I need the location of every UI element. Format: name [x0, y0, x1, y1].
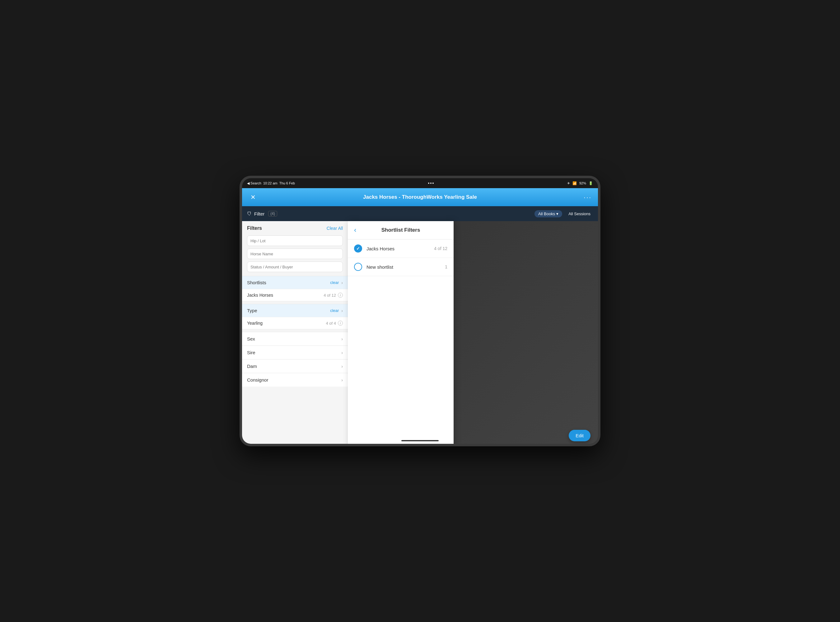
type-item-count: 4 of 4	[326, 321, 336, 326]
new-shortlist-name: New shortlist	[367, 264, 393, 270]
shortlists-chevron-icon[interactable]: ›	[341, 280, 343, 285]
sex-label: Sex	[247, 336, 255, 341]
home-indicator	[401, 440, 439, 441]
type-header: Type clear ›	[242, 304, 348, 317]
status-bar-right: ✈ 📶 92% 🔋	[567, 181, 593, 185]
jacks-horses-name: Jacks Horses	[367, 246, 394, 251]
shortlists-clear-link[interactable]: clear	[330, 280, 339, 285]
status-back[interactable]: ◀ Search	[247, 181, 261, 185]
edit-button[interactable]: Edit	[569, 430, 591, 441]
shortlist-item-name: Jacks Horses	[247, 293, 273, 297]
type-clear-link[interactable]: clear	[330, 308, 339, 313]
consignor-chevron-icon[interactable]: ›	[341, 378, 343, 383]
info-icon[interactable]: i	[338, 293, 343, 297]
status-bar-left: ◀ Search 10:22 am Thu 6 Feb	[247, 181, 295, 185]
all-books-label: All Books	[538, 212, 555, 216]
new-shortlist-count: 1	[445, 264, 447, 269]
type-title: Type	[247, 308, 257, 313]
horse-name-input[interactable]	[247, 248, 343, 259]
consignor-filter-row[interactable]: Consignor ›	[242, 373, 348, 387]
shortlist-jacks-horses-item[interactable]: Jacks Horses 4 of 12 i	[242, 289, 348, 301]
filter-panel: Filters Clear All Shortlists clear › Jac…	[242, 221, 348, 446]
type-section: Type clear › Yearling 4 of 4 i	[242, 304, 348, 329]
close-button[interactable]: ✕	[248, 192, 258, 202]
shortlist-new-left: New shortlist	[354, 263, 393, 271]
type-item-name: Yearling	[247, 321, 263, 326]
new-shortlist-checkbox[interactable]	[354, 263, 362, 271]
battery-icon: 🔋	[589, 181, 593, 185]
status-amount-buyer-input[interactable]	[247, 262, 343, 272]
type-item-meta: 4 of 4 i	[326, 321, 343, 326]
page-title: Jacks Horses - ThoroughWorks Yearling Sa…	[363, 194, 477, 200]
shortlists-section: Shortlists clear › Jacks Horses 4 of 12 …	[242, 276, 348, 301]
shortlists-actions: clear ›	[330, 280, 343, 285]
sex-chevron-icon[interactable]: ›	[341, 337, 343, 341]
type-actions: clear ›	[330, 308, 343, 313]
shortlist-panel-title: Shortlist Filters	[382, 227, 420, 233]
more-options-button[interactable]: ···	[583, 194, 592, 201]
jacks-horses-checkbox[interactable]: ✓	[354, 244, 362, 253]
all-sessions-button[interactable]: All Sessions	[566, 210, 593, 217]
filter-button[interactable]: ⛉ Filter	[247, 211, 264, 216]
filter-count-badge: (4)	[268, 211, 277, 216]
filters-title: Filters	[247, 226, 262, 231]
books-dropdown-icon: ▾	[556, 212, 559, 216]
consignor-label: Consignor	[247, 377, 268, 383]
sire-label: Sire	[247, 350, 255, 355]
shortlist-panel: ‹ Shortlist Filters ✓ Jacks Horses 4 of …	[348, 221, 454, 446]
jacks-horses-count: 4 of 12	[434, 246, 447, 251]
shortlist-item-count: 4 of 12	[324, 293, 336, 297]
shortlist-new-item[interactable]: New shortlist 1	[348, 258, 454, 276]
shortlist-jacks-left: ✓ Jacks Horses	[354, 244, 394, 253]
type-info-icon[interactable]: i	[338, 321, 343, 326]
hip-lot-input[interactable]	[247, 235, 343, 246]
status-time: 10:22 am	[263, 181, 278, 185]
tablet-frame: ◀ Search 10:22 am Thu 6 Feb ✈ 📶 92% 🔋 ✕ …	[240, 176, 600, 446]
sex-filter-row[interactable]: Sex ›	[242, 332, 348, 346]
dam-label: Dam	[247, 364, 257, 369]
filter-icon: ⛉	[247, 211, 252, 216]
status-center-dots	[428, 183, 434, 184]
type-chevron-icon[interactable]: ›	[341, 308, 343, 313]
filters-header: Filters Clear All	[242, 221, 348, 234]
sire-filter-row[interactable]: Sire ›	[242, 346, 348, 359]
type-yearling-item[interactable]: Yearling 4 of 4 i	[242, 317, 348, 329]
airplane-icon: ✈	[567, 181, 570, 185]
checkmark-icon: ✓	[356, 246, 360, 251]
sire-chevron-icon[interactable]: ›	[341, 350, 343, 355]
shortlists-header: Shortlists clear ›	[242, 276, 348, 289]
status-bar: ◀ Search 10:22 am Thu 6 Feb ✈ 📶 92% 🔋	[242, 178, 598, 188]
shortlist-back-button[interactable]: ‹	[354, 226, 356, 234]
battery-percentage: 92%	[579, 181, 586, 185]
sub-header: ⛉ Filter (4) All Books ▾ All Sessions	[242, 206, 598, 221]
filter-label: Filter	[254, 211, 264, 216]
dam-chevron-icon[interactable]: ›	[341, 364, 343, 369]
main-content: Filters Clear All Shortlists clear › Jac…	[242, 221, 598, 446]
shortlists-title: Shortlists	[247, 280, 266, 285]
header-bar: ✕ Jacks Horses - ThoroughWorks Yearling …	[242, 188, 598, 206]
status-date: Thu 6 Feb	[279, 181, 295, 185]
wifi-icon: 📶	[573, 181, 577, 185]
shortlist-panel-header: ‹ Shortlist Filters	[348, 221, 454, 239]
shortlist-jacks-item[interactable]: ✓ Jacks Horses 4 of 12	[348, 239, 454, 258]
shortlist-item-meta: 4 of 12 i	[324, 293, 343, 297]
dam-filter-row[interactable]: Dam ›	[242, 359, 348, 373]
all-sessions-label: All Sessions	[568, 212, 591, 216]
all-books-button[interactable]: All Books ▾	[535, 210, 562, 217]
clear-all-button[interactable]: Clear All	[327, 226, 343, 231]
